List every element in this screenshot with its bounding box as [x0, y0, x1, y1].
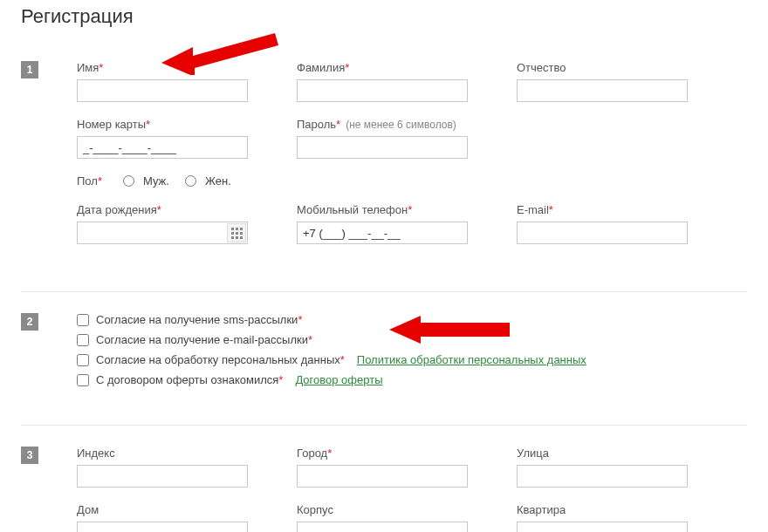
gender-female-label: Жен. — [205, 174, 231, 188]
consent-data-label: Согласие на обработку персональных данны… — [96, 353, 345, 366]
label-index: Индекс — [77, 447, 248, 460]
label-password: Пароль*(не менее 6 символов) — [297, 118, 468, 131]
step-badge-3: 3 — [21, 447, 38, 464]
card-number-input[interactable] — [77, 136, 248, 159]
consent-offer-checkbox[interactable] — [77, 374, 89, 386]
consent-offer-label: С договором оферты ознакомился* — [96, 373, 283, 386]
first-name-input[interactable] — [77, 79, 248, 102]
consent-email-label: Согласие на получение e-mail-рассылки* — [96, 333, 312, 346]
gender-female-radio[interactable] — [185, 175, 196, 187]
apartment-input[interactable] — [517, 522, 688, 532]
label-card-number: Номер карты* — [77, 118, 248, 131]
section-address: 3 Индекс Город* Улица Дом Корпус — [21, 425, 747, 532]
label-apartment: Квартира — [517, 503, 688, 516]
password-input[interactable] — [297, 136, 468, 159]
policy-link[interactable]: Политика обработки персональных данных — [357, 353, 586, 366]
offer-link[interactable]: Договор оферты — [295, 373, 382, 386]
step-badge-2: 2 — [21, 313, 38, 331]
gender-male-label: Муж. — [143, 174, 169, 188]
mobile-input[interactable] — [297, 222, 468, 244]
label-building: Корпус — [297, 503, 468, 516]
building-input[interactable] — [297, 522, 468, 532]
page-title: Регистрация — [21, 5, 747, 28]
email-input[interactable] — [517, 222, 688, 244]
gender-male-radio[interactable] — [123, 175, 134, 187]
label-email: E-mail* — [517, 203, 688, 216]
city-input[interactable] — [297, 465, 468, 488]
street-input[interactable] — [517, 465, 688, 488]
house-input[interactable] — [77, 522, 248, 532]
label-patronymic: Отчество — [517, 61, 688, 74]
label-first-name: Имя* — [77, 61, 248, 74]
last-name-input[interactable] — [297, 79, 468, 102]
calendar-icon[interactable] — [227, 223, 246, 242]
label-city: Город* — [297, 447, 468, 460]
consent-sms-label: Согласие на получение sms-рассылки* — [96, 313, 302, 326]
label-last-name: Фамилия* — [297, 61, 468, 74]
label-house: Дом — [77, 503, 248, 516]
consent-sms-checkbox[interactable] — [77, 314, 89, 326]
index-input[interactable] — [77, 465, 248, 488]
label-mobile: Мобильный телефон* — [297, 203, 468, 216]
patronymic-input[interactable] — [517, 79, 688, 102]
step-badge-1: 1 — [21, 61, 38, 78]
consent-data-checkbox[interactable] — [77, 354, 89, 366]
section-consents: 2 Согласие на получение sms-рассылки* Со… — [21, 291, 747, 414]
dob-input[interactable] — [77, 222, 248, 244]
label-street: Улица — [517, 447, 688, 460]
label-dob: Дата рождения* — [77, 203, 248, 216]
section-personal: 1 Имя* Фамилия* Отчество Номер карты* Па… — [21, 61, 747, 281]
consent-email-checkbox[interactable] — [77, 334, 89, 346]
label-gender: Пол* — [77, 174, 102, 188]
